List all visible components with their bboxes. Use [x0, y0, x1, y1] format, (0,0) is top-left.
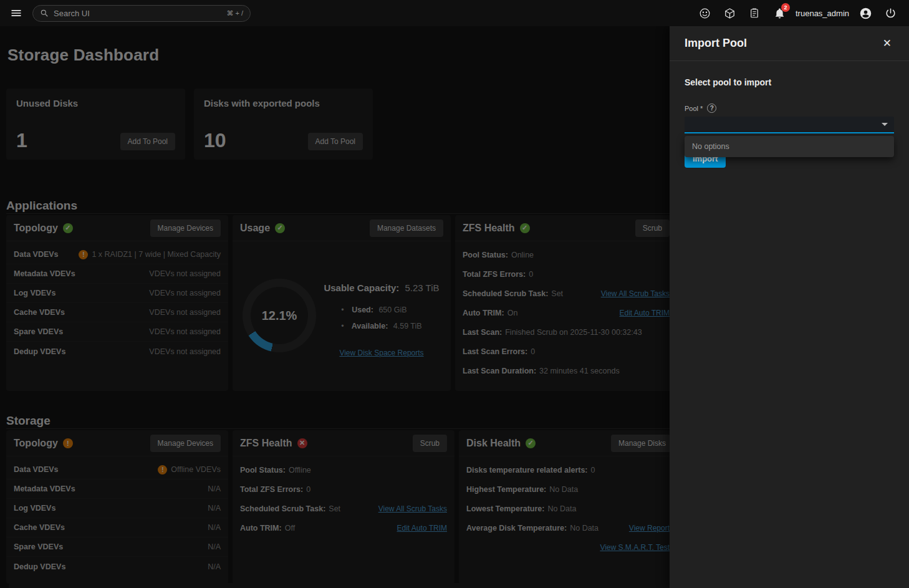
alert-badge: 2 [781, 3, 790, 12]
panel-title: Import Pool [685, 37, 747, 50]
username[interactable]: truenas_admin [796, 9, 849, 18]
tasks-icon[interactable] [744, 3, 764, 23]
user-avatar-icon[interactable] [855, 3, 875, 23]
jobs-icon[interactable] [719, 3, 739, 23]
topbar: ⌘ + / 2 truenas_admin [0, 0, 909, 26]
alerts-icon[interactable]: 2 [769, 3, 789, 23]
close-icon[interactable]: ✕ [880, 36, 894, 51]
panel-subtitle: Select pool to import [685, 77, 894, 87]
search-icon [40, 9, 49, 17]
pool-select[interactable] [685, 117, 894, 133]
chevron-down-icon [882, 123, 888, 126]
feedback-icon[interactable] [695, 3, 714, 23]
import-pool-panel: Import Pool ✕ Select pool to import Pool… [670, 26, 909, 588]
power-icon[interactable] [880, 3, 900, 23]
search-box[interactable]: ⌘ + / [32, 5, 251, 22]
pool-select-dropdown: No options [685, 136, 894, 157]
menu-icon[interactable] [6, 3, 26, 23]
search-shortcut: ⌘ + / [226, 9, 243, 17]
no-options-item: No options [685, 140, 894, 153]
help-icon[interactable]: ? [707, 104, 716, 113]
pool-field-label: Pool * [685, 105, 703, 112]
search-input[interactable] [54, 9, 221, 18]
